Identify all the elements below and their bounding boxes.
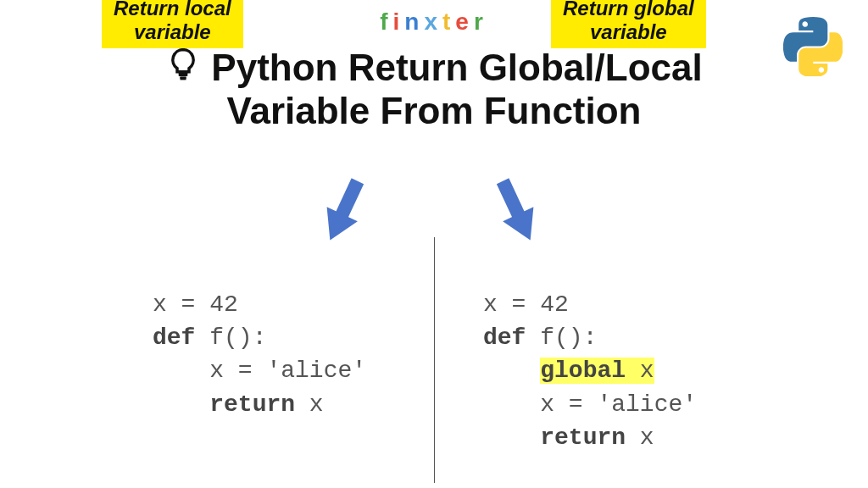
lightbulb-icon [165, 47, 201, 90]
code-line: f(): [195, 324, 266, 351]
code-indent [483, 424, 540, 451]
code-line-highlighted: x [626, 358, 654, 384]
code-indent [153, 391, 209, 418]
code-keyword: def [483, 324, 526, 351]
label-return-local: Return local variable [102, 0, 243, 48]
brand-letter: n [404, 8, 424, 36]
code-keyword: def [153, 324, 195, 351]
label-return-global: Return global variable [551, 0, 706, 48]
code-example-local: x = 42 def f(): x = 'alice' return x [153, 288, 366, 421]
brand-letter: i [393, 8, 405, 36]
page-title: Python Return Global/Local Variable From… [86, 47, 782, 133]
arrow-down-icon [487, 174, 547, 253]
code-line: x = 'alice' [153, 358, 366, 384]
brand-letter: t [442, 8, 455, 36]
code-indent [483, 358, 540, 384]
code-keyword: return [209, 391, 295, 418]
brand-letter: r [474, 8, 488, 36]
brand-letter: x [424, 8, 442, 36]
code-line: x = 42 [483, 291, 569, 318]
label-left-line2: variable [114, 20, 231, 44]
code-line: f(): [526, 324, 597, 351]
column-divider [434, 237, 435, 483]
brand-logo: finxter [380, 8, 488, 36]
code-line: x = 42 [153, 291, 238, 318]
label-left-line1: Return local [114, 0, 231, 20]
code-keyword: return [540, 424, 626, 451]
code-line: x [295, 391, 324, 418]
arrow-down-icon [314, 174, 373, 253]
svg-marker-5 [503, 207, 546, 247]
brand-letter: e [455, 8, 474, 36]
code-line: x = 'alice' [483, 391, 697, 418]
code-keyword-highlighted: global [540, 358, 626, 384]
label-right-line1: Return global [563, 0, 694, 20]
code-line: x [626, 424, 654, 451]
title-line1: Python Return Global/Local [211, 47, 702, 90]
title-line2: Variable From Function [86, 90, 782, 133]
svg-rect-4 [497, 178, 526, 219]
svg-marker-3 [314, 207, 358, 247]
code-example-global: x = 42 def f(): global x x = 'alice' ret… [483, 288, 697, 454]
brand-letter: f [380, 8, 392, 36]
svg-rect-2 [336, 178, 364, 219]
label-right-line2: variable [563, 20, 694, 44]
python-logo [783, 17, 843, 76]
